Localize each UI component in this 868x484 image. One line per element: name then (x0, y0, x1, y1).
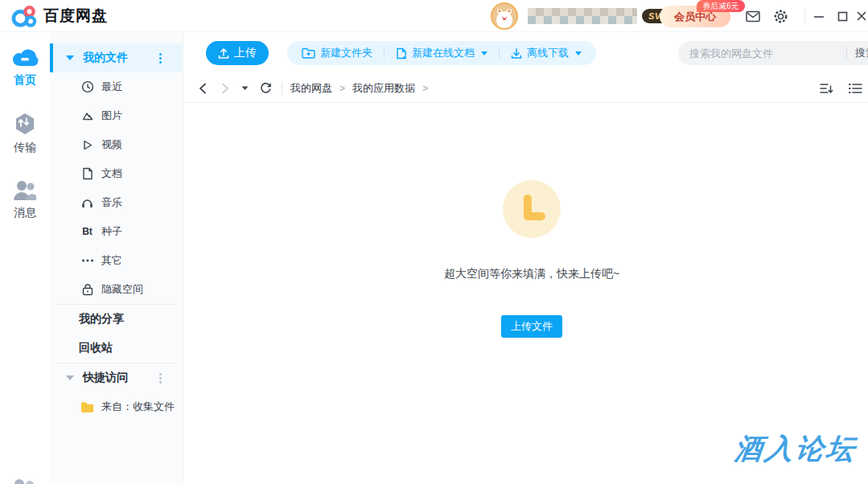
list-view-icon[interactable] (847, 80, 863, 96)
sidebar-label-hidden-space: 隐藏空间 (101, 282, 143, 297)
music-icon (80, 196, 94, 210)
sort-icon[interactable] (818, 80, 834, 96)
ellipsis-icon (80, 254, 94, 268)
rail-label-transfer: 传输 (14, 141, 36, 155)
collected-files-label: 来自：收集文件 (101, 400, 175, 414)
sidebar-item-recycle-bin[interactable]: 回收站 (50, 334, 183, 363)
breadcrumb-bar: 我的网盘 > 我的应用数据 > (183, 74, 868, 103)
new-folder-icon (302, 47, 315, 59)
breadcrumb-separator: > (339, 83, 345, 94)
forward-button[interactable] (217, 80, 233, 96)
breadcrumb-separator: > (422, 83, 428, 94)
more-options-icon[interactable] (159, 373, 162, 384)
folder-icon (80, 400, 94, 414)
refresh-icon[interactable] (257, 80, 274, 96)
sidebar-item-videos[interactable]: 视频 (50, 130, 183, 159)
sidebar-item-music[interactable]: 音乐 (50, 188, 183, 217)
avatar[interactable] (491, 2, 518, 30)
maximize-button[interactable] (834, 8, 850, 24)
sidebar-item-documents[interactable]: 文档 (50, 159, 183, 188)
breadcrumb-current[interactable]: 我的应用数据 (352, 81, 415, 96)
empty-state-message: 超大空间等你来填满，快来上传吧~ (444, 267, 619, 281)
title-bar: 百度网盘 SVIP8 会员中心 券后减6元 (0, 0, 868, 32)
search-box: 搜索 (678, 41, 868, 65)
main-panel: 上传 新建文件夹 新建在线文档 (183, 32, 868, 484)
rail-label-home: 首页 (14, 73, 36, 88)
quick-access-label: 快捷访问 (83, 371, 128, 385)
sidebar-label-images: 图片 (101, 109, 122, 123)
sidebar: 我的文件 最近 图片 视频 (50, 32, 183, 484)
topbar-divider (804, 9, 805, 23)
new-folder-button[interactable]: 新建文件夹 (290, 41, 384, 65)
minimize-button[interactable] (811, 8, 827, 24)
search-input[interactable] (689, 47, 838, 59)
more-options-icon[interactable] (159, 53, 162, 64)
sidebar-label-videos: 视频 (101, 137, 122, 152)
mail-icon[interactable] (745, 8, 761, 24)
sidebar-item-my-files[interactable]: 我的文件 (50, 43, 183, 72)
watermark-text: 酒入论坛 (733, 430, 859, 468)
chevron-down-icon (575, 51, 582, 55)
sidebar-label-music: 音乐 (101, 195, 122, 210)
sidebar-label-recent: 最近 (101, 80, 122, 94)
sidebar-item-hidden-space[interactable]: 隐藏空间 (50, 275, 183, 304)
settings-gear-icon[interactable] (772, 8, 788, 24)
search-separator (846, 47, 847, 59)
rail-item-transfer[interactable]: 传输 (0, 113, 50, 155)
lock-icon (80, 283, 94, 297)
active-indicator (50, 43, 53, 72)
back-button[interactable] (195, 80, 211, 96)
sidebar-item-recent[interactable]: 最近 (50, 72, 183, 101)
new-online-doc-label: 新建在线文档 (412, 46, 475, 60)
rail-partial-icon (11, 476, 37, 484)
offline-download-button[interactable]: 离线下载 (500, 41, 593, 65)
image-icon (80, 109, 94, 123)
search-button[interactable]: 搜索 (855, 46, 868, 60)
close-button[interactable] (854, 8, 868, 24)
sidebar-label-others: 其它 (101, 253, 122, 268)
clock-icon (80, 80, 94, 94)
rail-item-home[interactable]: 首页 (0, 47, 50, 88)
offline-download-label: 离线下载 (527, 46, 569, 60)
chevron-down-icon (481, 51, 487, 55)
cat-avatar-image (492, 4, 516, 28)
sidebar-item-collected-files[interactable]: 来自：收集文件 (50, 392, 183, 421)
promo-ribbon: 券后减6元 (697, 0, 745, 12)
upload-button[interactable]: 上传 (206, 41, 269, 65)
sidebar-item-my-share[interactable]: 我的分享 (50, 305, 183, 334)
file-list-area: 超大空间等你来填满，快来上传吧~ 上传文件 酒入论坛 (183, 103, 868, 484)
rail-item-messages[interactable]: 消息 (0, 179, 50, 220)
messages-icon (13, 179, 37, 200)
sidebar-label-torrents: 种子 (101, 224, 122, 239)
upload-icon (218, 47, 229, 59)
bt-icon: Bt (80, 225, 94, 239)
chevron-down-icon[interactable] (66, 375, 74, 380)
new-folder-label: 新建文件夹 (320, 46, 372, 60)
empty-state: 超大空间等你来填满，快来上传吧~ 上传文件 (444, 180, 619, 338)
new-online-doc-button[interactable]: 新建在线文档 (385, 41, 499, 65)
app-logo: 百度网盘 (11, 4, 108, 28)
sidebar-item-torrents[interactable]: Bt 种子 (50, 217, 183, 246)
home-cloud-icon (11, 47, 39, 68)
baidu-netdisk-logo-icon (11, 4, 37, 28)
app-title: 百度网盘 (43, 6, 108, 27)
recycle-bin-label: 回收站 (79, 341, 113, 355)
empty-clock-icon (503, 180, 561, 238)
document-icon (80, 167, 94, 181)
upload-label: 上传 (234, 46, 257, 60)
toolbar: 上传 新建文件夹 新建在线文档 (183, 32, 868, 74)
transfer-icon (14, 113, 36, 135)
breadcrumb-root[interactable]: 我的网盘 (290, 81, 332, 96)
chevron-down-icon[interactable] (66, 55, 74, 60)
sidebar-item-others[interactable]: 其它 (50, 246, 183, 275)
history-dropdown-icon[interactable] (237, 80, 253, 96)
upload-file-button[interactable]: 上传文件 (501, 315, 562, 338)
left-rail: 首页 传输 消息 (0, 32, 50, 484)
new-doc-icon (396, 47, 407, 59)
breadcrumb-divider (282, 82, 282, 95)
username-blurred (528, 8, 637, 24)
sidebar-item-images[interactable]: 图片 (50, 101, 183, 130)
video-icon (80, 138, 94, 152)
rail-label-messages: 消息 (14, 206, 36, 220)
sidebar-item-quick-access[interactable]: 快捷访问 (50, 363, 183, 392)
